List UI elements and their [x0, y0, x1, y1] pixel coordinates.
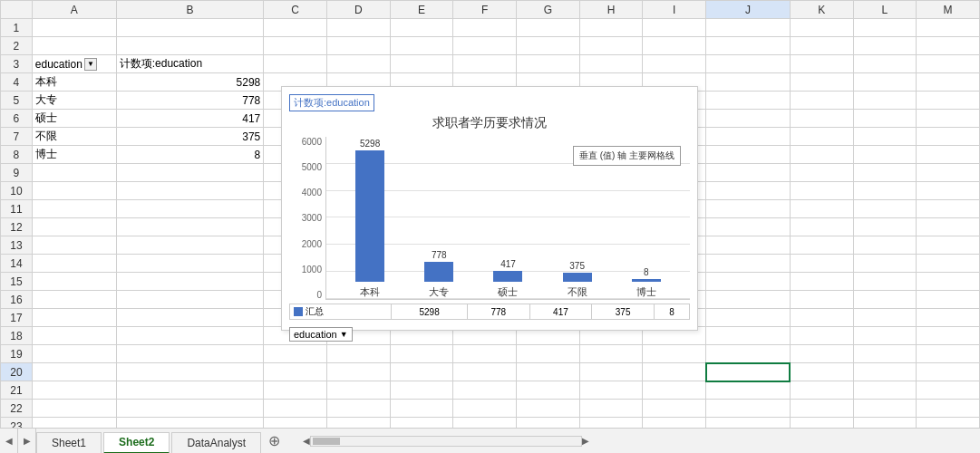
cell-L5[interactable] — [853, 92, 917, 110]
cell-J6[interactable] — [706, 110, 791, 128]
cell-A2[interactable] — [32, 37, 116, 55]
cell-A7[interactable]: 不限 — [32, 128, 116, 146]
cell-A1[interactable] — [32, 19, 116, 37]
scroll-right-arrow[interactable]: ▶ — [582, 436, 589, 446]
cell-A9[interactable] — [32, 164, 116, 182]
horizontal-scrollbar[interactable] — [310, 436, 582, 447]
education-filter-btn[interactable]: ▼ — [84, 58, 97, 71]
cell-M3[interactable] — [917, 55, 980, 73]
cell-L3[interactable] — [853, 55, 917, 73]
cell-I2[interactable] — [643, 37, 706, 55]
cell-L1[interactable] — [853, 19, 917, 37]
cell-B2[interactable] — [116, 37, 264, 55]
cell-J4[interactable] — [706, 73, 791, 92]
cell-F2[interactable] — [453, 37, 517, 55]
cell-E3[interactable] — [390, 55, 453, 73]
cell-M2[interactable] — [917, 37, 980, 55]
cell-D3[interactable] — [326, 55, 390, 73]
cell-F1[interactable] — [453, 19, 517, 37]
cell-J3[interactable] — [706, 55, 791, 73]
cell-B6[interactable]: 417 — [116, 110, 264, 128]
y-axis: 6000 5000 4000 3000 2000 1000 0 — [289, 137, 325, 300]
cell-C1[interactable] — [264, 19, 327, 37]
cell-C3[interactable] — [264, 55, 327, 73]
cell-H1[interactable] — [579, 19, 643, 37]
cell-E2[interactable] — [390, 37, 453, 55]
corner-header — [1, 1, 33, 19]
cell-B3[interactable]: 计数项:education — [116, 55, 264, 73]
cell-E1[interactable] — [390, 19, 453, 37]
cell-K6[interactable] — [790, 110, 853, 128]
cell-J7[interactable] — [706, 128, 791, 146]
y-label-2000: 2000 — [302, 239, 322, 249]
cell-I3[interactable] — [643, 55, 706, 73]
tab-sheet2[interactable]: Sheet2 — [103, 432, 170, 454]
col-header-F[interactable]: F — [453, 1, 517, 19]
col-header-A[interactable]: A — [32, 1, 116, 19]
cell-K8[interactable] — [790, 146, 853, 164]
tab-scroll-left[interactable]: ◀ — [0, 429, 18, 454]
cell-A5[interactable]: 大专 — [32, 92, 116, 110]
scroll-left-arrow[interactable]: ◀ — [303, 436, 310, 446]
cell-M6[interactable] — [917, 110, 980, 128]
cell-M7[interactable] — [917, 128, 980, 146]
cell-K2[interactable] — [790, 37, 853, 55]
cell-A6[interactable]: 硕士 — [32, 110, 116, 128]
cell-G2[interactable] — [516, 37, 579, 55]
cell-M1[interactable] — [917, 19, 980, 37]
tab-sheet1[interactable]: Sheet1 — [36, 432, 102, 454]
col-header-C[interactable]: C — [264, 1, 327, 19]
cell-K3[interactable] — [790, 55, 853, 73]
cell-A8[interactable]: 博士 — [32, 146, 116, 164]
cell-L8[interactable] — [853, 146, 917, 164]
tab-dataanalyst[interactable]: DataAnalyst — [171, 432, 261, 454]
cell-H2[interactable] — [579, 37, 643, 55]
col-header-G[interactable]: G — [516, 1, 579, 19]
cell-L2[interactable] — [853, 37, 917, 55]
cell-J8[interactable] — [706, 146, 791, 164]
col-header-E[interactable]: E — [390, 1, 453, 19]
cell-J5[interactable] — [706, 92, 791, 110]
col-header-L[interactable]: L — [853, 1, 917, 19]
cell-J1[interactable] — [706, 19, 791, 37]
cell-B4[interactable]: 5298 — [116, 73, 264, 92]
cell-A3[interactable]: education ▼ — [32, 55, 116, 73]
cell-D1[interactable] — [326, 19, 390, 37]
cell-M8[interactable] — [917, 146, 980, 164]
cell-K7[interactable] — [790, 128, 853, 146]
col-header-B[interactable]: B — [116, 1, 264, 19]
cell-F3[interactable] — [453, 55, 517, 73]
cell-G1[interactable] — [516, 19, 579, 37]
cell-A4[interactable]: 本科 — [32, 73, 116, 92]
cell-B1[interactable] — [116, 19, 264, 37]
cell-M4[interactable] — [917, 73, 980, 92]
cell-J2[interactable] — [706, 37, 791, 55]
col-header-D[interactable]: D — [326, 1, 390, 19]
cell-J20[interactable] — [706, 363, 791, 381]
col-header-K[interactable]: K — [790, 1, 853, 19]
cell-I1[interactable] — [643, 19, 706, 37]
cell-L6[interactable] — [853, 110, 917, 128]
row-num: 4 — [1, 73, 33, 92]
col-header-M[interactable]: M — [917, 1, 980, 19]
col-header-J[interactable]: J — [706, 1, 791, 19]
cell-K4[interactable] — [790, 73, 853, 92]
cell-G3[interactable] — [516, 55, 579, 73]
cell-L4[interactable] — [853, 73, 917, 92]
col-header-I[interactable]: I — [643, 1, 706, 19]
cell-B8[interactable]: 8 — [116, 146, 264, 164]
col-header-H[interactable]: H — [579, 1, 643, 19]
tab-scroll-right[interactable]: ▶ — [18, 429, 36, 454]
cell-D2[interactable] — [326, 37, 390, 55]
cell-K1[interactable] — [790, 19, 853, 37]
cell-K5[interactable] — [790, 92, 853, 110]
cell-L7[interactable] — [853, 128, 917, 146]
cell-H3[interactable] — [579, 55, 643, 73]
cell-C2[interactable] — [264, 37, 327, 55]
table-row: 1 — [1, 19, 980, 37]
chart-filter-button[interactable]: education ▼ — [289, 327, 353, 342]
cell-B5[interactable]: 778 — [116, 92, 264, 110]
cell-M5[interactable] — [917, 92, 980, 110]
cell-B7[interactable]: 375 — [116, 128, 264, 146]
add-sheet-button[interactable]: ⊕ — [263, 430, 285, 452]
